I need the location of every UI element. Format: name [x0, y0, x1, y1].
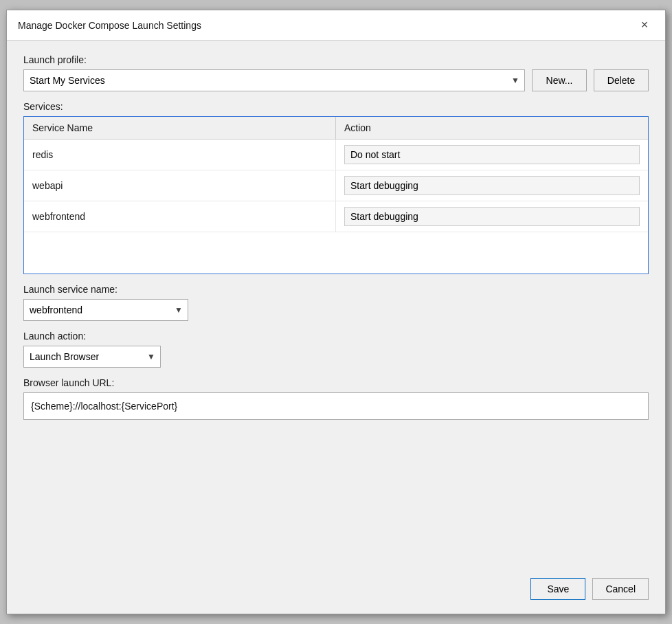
launch-service-section: Launch service name: webfrontend redis w…: [23, 284, 649, 321]
table-body: redis Do not start Start without debuggi…: [24, 140, 648, 274]
table-empty-row: [24, 232, 648, 274]
launch-action-select-wrapper: Launch Browser None Launch executable ▼: [23, 346, 161, 368]
launch-service-label: Launch service name:: [23, 284, 649, 295]
launch-action-label: Launch action:: [23, 331, 649, 342]
service-name-cell: redis: [24, 140, 336, 170]
browser-url-section: Browser launch URL:: [23, 377, 649, 420]
profile-select-wrapper: Start My Services ▼: [23, 69, 525, 91]
launch-profile-label: Launch profile:: [23, 54, 649, 65]
action-select-redis[interactable]: Do not start Start without debugging Sta…: [344, 145, 640, 164]
launch-action-select[interactable]: Launch Browser None Launch executable: [23, 346, 161, 368]
services-label: Services:: [23, 101, 649, 112]
action-cell: Do not start Start without debugging Sta…: [336, 170, 648, 201]
action-cell: Do not start Start without debugging Sta…: [336, 140, 648, 170]
dialog-title: Manage Docker Compose Launch Settings: [18, 20, 201, 31]
action-select-wrapper: Do not start Start without debugging Sta…: [344, 176, 640, 195]
browser-url-input[interactable]: [23, 392, 649, 420]
browser-url-label: Browser launch URL:: [23, 377, 649, 388]
cancel-button[interactable]: Cancel: [592, 578, 649, 600]
service-name: webfrontend: [32, 211, 85, 222]
service-name-cell: webapi: [24, 170, 336, 201]
dialog-body: Launch profile: Start My Services ▼ New.…: [7, 41, 665, 570]
delete-button[interactable]: Delete: [594, 69, 649, 91]
action-cell: Do not start Start without debugging Sta…: [336, 201, 648, 232]
services-table: Service Name Action redis Do not start: [23, 116, 649, 274]
spacer: [23, 430, 649, 556]
dialog: Manage Docker Compose Launch Settings × …: [6, 10, 666, 614]
action-select-wrapper: Do not start Start without debugging Sta…: [344, 207, 640, 226]
table-row: webfrontend Do not start Start without d…: [24, 201, 648, 232]
col-action: Action: [336, 117, 648, 139]
save-button[interactable]: Save: [530, 578, 585, 600]
action-select-webapi[interactable]: Do not start Start without debugging Sta…: [344, 176, 640, 195]
action-select-webfrontend[interactable]: Do not start Start without debugging Sta…: [344, 207, 640, 226]
dialog-footer: Save Cancel: [7, 570, 665, 614]
launch-service-select[interactable]: webfrontend redis webapi: [23, 299, 188, 321]
col-service-name: Service Name: [24, 117, 336, 139]
service-name: webapi: [32, 180, 63, 191]
action-select-wrapper: Do not start Start without debugging Sta…: [344, 145, 640, 164]
table-header: Service Name Action: [24, 117, 648, 140]
new-button[interactable]: New...: [532, 69, 587, 91]
table-row: redis Do not start Start without debuggi…: [24, 140, 648, 170]
table-row: webapi Do not start Start without debugg…: [24, 170, 648, 201]
launch-profile-select[interactable]: Start My Services: [23, 69, 525, 91]
close-button[interactable]: ×: [635, 16, 654, 35]
launch-service-select-wrapper: webfrontend redis webapi ▼: [23, 299, 188, 321]
service-name-cell: webfrontend: [24, 201, 336, 232]
profile-row: Start My Services ▼ New... Delete: [23, 69, 649, 91]
service-name: redis: [32, 149, 53, 160]
title-bar: Manage Docker Compose Launch Settings ×: [7, 10, 665, 41]
services-section: Services: Service Name Action redis: [23, 101, 649, 274]
launch-profile-section: Launch profile: Start My Services ▼ New.…: [23, 54, 649, 91]
launch-action-section: Launch action: Launch Browser None Launc…: [23, 331, 649, 368]
